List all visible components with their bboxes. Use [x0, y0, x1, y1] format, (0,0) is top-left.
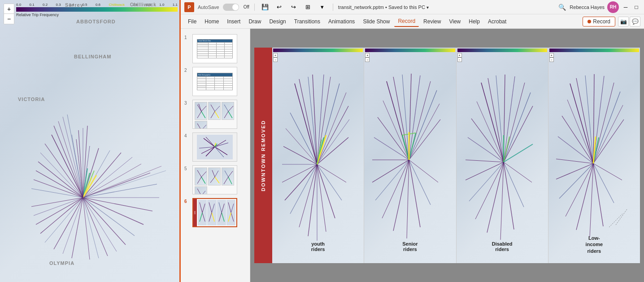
tab-acrobat[interactable]: Acrobat — [484, 17, 510, 26]
mini-zoom-in-3[interactable]: + — [457, 53, 462, 57]
svg-line-77 — [197, 170, 201, 177]
main-slide: DOWNTOWN REMOVED + − — [254, 48, 640, 263]
svg-line-84 — [210, 177, 215, 183]
slide-thumb-6[interactable]: DWN — [192, 198, 237, 227]
svg-line-102 — [222, 204, 224, 213]
svg-line-108 — [228, 213, 231, 222]
svg-line-85 — [225, 171, 228, 177]
svg-line-58 — [228, 106, 233, 111]
mini-legend-4 — [549, 48, 639, 52]
svg-line-31 — [83, 157, 132, 198]
slide-item-2[interactable]: 2 Rider Demographics — [181, 65, 250, 98]
svg-line-95 — [202, 213, 205, 222]
mini-legend-2 — [365, 48, 455, 52]
downtown-removed-label: DOWNTOWN REMOVED — [254, 48, 272, 263]
svg-line-96 — [200, 213, 202, 222]
mini-zoom-out-4[interactable]: − — [549, 57, 554, 62]
record-button[interactable]: Record — [583, 17, 615, 26]
minimize-button[interactable]: ─ — [622, 3, 630, 11]
user-name: Rebecca Hayes — [570, 4, 605, 10]
mini-zoom-in-2[interactable]: + — [365, 53, 370, 57]
svg-line-56 — [211, 111, 215, 118]
svg-line-54 — [215, 106, 220, 111]
svg-line-98 — [212, 204, 214, 213]
tab-animations[interactable]: Animations — [325, 17, 358, 26]
mini-zoom-out-1[interactable]: − — [273, 57, 278, 62]
undo-button[interactable]: ↩ — [274, 2, 285, 12]
svg-line-25 — [83, 198, 144, 225]
comment-button[interactable]: 💬 — [630, 17, 640, 26]
save-button[interactable]: 💾 — [260, 2, 270, 12]
svg-line-42 — [72, 135, 83, 198]
slide-item-4[interactable]: 4 — [181, 131, 250, 163]
slide-thumb-3[interactable] — [192, 100, 237, 129]
slide-thumb-2[interactable]: Rider Demographics — [192, 67, 237, 96]
search-button[interactable]: 🔍 — [557, 2, 567, 12]
mini-zoom-1[interactable]: + − — [273, 53, 278, 62]
svg-line-16 — [54, 198, 83, 249]
autosave-toggle[interactable] — [223, 4, 239, 11]
slide-item-3[interactable]: 3 — [181, 98, 250, 131]
thumb-mini-map-5-2 — [208, 167, 221, 185]
slide-thumb-1[interactable]: Transit Network Data — [192, 34, 237, 63]
svg-line-59 — [228, 111, 232, 118]
slide-num-3: 3 — [184, 101, 190, 106]
slide-item-1[interactable]: 1 Transit Network Data — [181, 32, 250, 65]
slide-item-5[interactable]: 5 — [181, 163, 250, 196]
tab-draw[interactable]: Draw — [245, 17, 265, 26]
svg-line-87 — [228, 177, 232, 184]
user-avatar[interactable]: RH — [607, 1, 619, 13]
svg-line-6 — [40, 153, 83, 198]
title-bar-left: P AutoSave Off 💾 ↩ ↪ ⊞ ▾ transit_network… — [184, 2, 429, 12]
slide-num-6: 6 — [184, 199, 190, 204]
map-bg-lowincome — [548, 48, 640, 263]
maximize-button[interactable]: □ — [632, 3, 640, 11]
svg-line-100 — [209, 213, 212, 222]
title-bar: P AutoSave Off 💾 ↩ ↪ ⊞ ▾ transit_network… — [181, 0, 644, 14]
thumb-mini-map-2 — [208, 102, 221, 120]
svg-line-89 — [197, 189, 201, 194]
svg-line-30 — [83, 164, 141, 198]
tab-design[interactable]: Design — [265, 17, 289, 26]
svg-line-78 — [201, 172, 206, 177]
slide-canvas[interactable]: DOWNTOWN REMOVED + − — [250, 29, 644, 282]
mini-zoom-2[interactable]: + − — [365, 53, 370, 62]
record-dot — [587, 20, 591, 23]
slide-thumb-4[interactable] — [192, 132, 237, 162]
map-bg-disabled — [457, 48, 548, 263]
maps-grid: + − — [272, 48, 640, 263]
slide-item-6[interactable]: 6 DWN — [181, 196, 250, 229]
tab-transitions[interactable]: Transitions — [291, 17, 324, 26]
mini-zoom-4[interactable]: + − — [549, 53, 554, 62]
svg-line-83 — [215, 177, 219, 183]
background-map: 0.0 0.1 0.2 0.3 0.4 0.5 0.6 Chilliwack 0… — [0, 0, 179, 282]
redo-button[interactable]: ↪ — [288, 2, 299, 12]
svg-line-62 — [201, 125, 206, 129]
svg-line-53 — [211, 105, 215, 111]
mini-zoom-in-4[interactable]: + — [549, 53, 554, 57]
customize-button[interactable]: ▾ — [317, 2, 328, 12]
svg-line-57 — [224, 105, 228, 111]
slide-panel: 1 Transit Network Data — [181, 29, 250, 282]
tab-file[interactable]: File — [184, 17, 200, 26]
svg-line-7 — [38, 162, 83, 198]
slide-thumb-5[interactable] — [192, 165, 237, 194]
mini-zoom-out-3[interactable]: − — [457, 57, 462, 62]
mini-zoom-3[interactable]: + − — [457, 53, 462, 62]
mini-zoom-in-1[interactable]: + — [273, 53, 278, 57]
tab-help[interactable]: Help — [465, 17, 483, 26]
tab-review[interactable]: Review — [420, 17, 444, 26]
tab-home[interactable]: Home — [201, 17, 222, 26]
toggle-off-label: Off — [244, 4, 249, 9]
tab-insert[interactable]: Insert — [223, 17, 244, 26]
ppt-icon: P — [184, 2, 194, 12]
slide-num-1: 1 — [184, 35, 190, 40]
svg-line-60 — [224, 111, 228, 118]
format-button[interactable]: ⊞ — [303, 2, 313, 12]
tab-slideshow[interactable]: Slide Show — [359, 17, 393, 26]
mini-zoom-out-2[interactable]: − — [365, 57, 370, 62]
camera-button[interactable]: 📷 — [618, 17, 629, 26]
tab-view[interactable]: View — [445, 17, 464, 26]
tab-record[interactable]: Record — [394, 16, 419, 27]
svg-line-24 — [83, 198, 135, 236]
